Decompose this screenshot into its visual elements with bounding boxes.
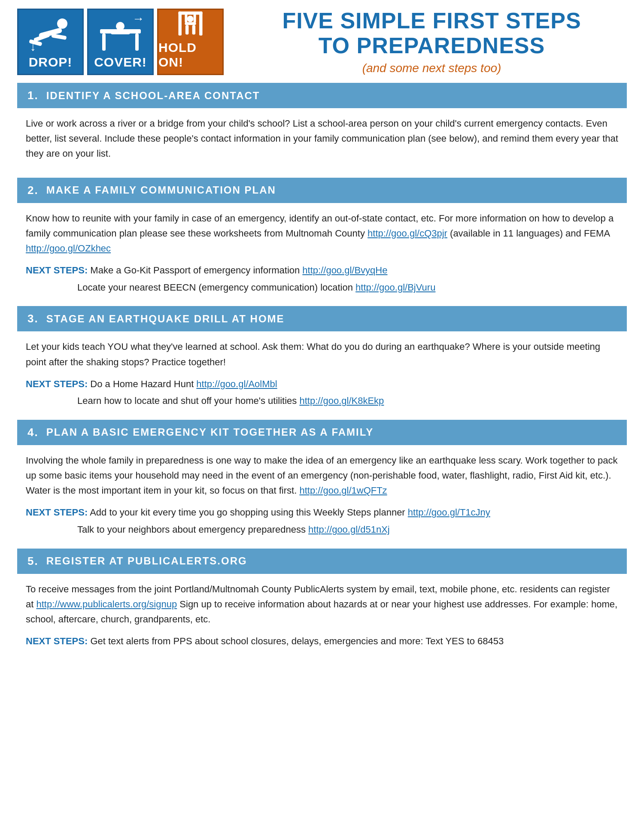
svg-point-0	[57, 18, 67, 29]
section-5-title: REGISTER AT PUBLICALERTS.ORG	[46, 555, 247, 567]
section-1-title: IDENTIFY A SCHOOL-AREA CONTACT	[46, 90, 260, 102]
svg-rect-12	[178, 12, 202, 15]
section-4-title: PLAN A BASIC EMERGENCY KIT TOGETHER AS A…	[46, 426, 374, 438]
svg-rect-20	[192, 25, 195, 34]
section-5-text: To receive messages from the joint Portl…	[26, 582, 618, 627]
section-2-header: 2. MAKE A FAMILY COMMUNICATION PLAN	[17, 178, 627, 203]
section-1-header: 1. IDENTIFY A SCHOOL-AREA CONTACT	[17, 83, 627, 108]
svg-rect-17	[185, 14, 187, 23]
title-subtitle: (and some next steps too)	[237, 61, 627, 75]
section-4-next-steps: NEXT STEPS: Add to your kit every time y…	[26, 504, 618, 538]
weekly-steps-link[interactable]: http://goo.gl/T1cJny	[408, 507, 490, 518]
section-5-header: 5. REGISTER AT PUBLICALERTS.ORG	[17, 549, 627, 574]
section-2-text: Know how to reunite with your family in …	[26, 211, 618, 256]
section-1-number: 1.	[27, 89, 39, 102]
section-3-next-steps: NEXT STEPS: Do a Home Hazard Hunt http:/…	[26, 376, 618, 409]
drop-box: ↓ DROP!	[17, 9, 84, 75]
section-2-title: MAKE A FAMILY COMMUNICATION PLAN	[46, 184, 276, 196]
section-1-body: Live or work across a river or a bridge …	[17, 116, 627, 178]
section-4-header: 4. PLAN A BASIC EMERGENCY KIT TOGETHER A…	[17, 420, 627, 445]
svg-rect-7	[102, 33, 106, 51]
section-2-next-steps: NEXT STEPS: Make a Go-Kit Passport of em…	[26, 262, 618, 296]
dch-images: ↓ DROP! → COVER!	[17, 9, 224, 75]
svg-text:→: →	[132, 14, 144, 25]
beecn-link[interactable]: http://goo.gl/BjVuru	[355, 282, 435, 293]
svg-point-9	[116, 22, 125, 30]
cover-icon: →	[96, 14, 145, 55]
water-link[interactable]: http://goo.gl/1wQFTz	[299, 485, 387, 496]
next-steps-2-line2: Locate your nearest BEECN (emergency com…	[77, 282, 435, 293]
cover-box: → COVER!	[87, 9, 154, 75]
svg-rect-14	[199, 12, 202, 36]
neighbors-link[interactable]: http://goo.gl/d51nXj	[308, 524, 390, 535]
page-header: ↓ DROP! → COVER!	[17, 9, 627, 75]
multnomah-link[interactable]: http://goo.gl/cQ3pjr	[368, 228, 447, 239]
next-steps-5-line1: Get text alerts from PPS about school cl…	[90, 636, 504, 646]
section-3-number: 3.	[27, 312, 39, 325]
section-3-header: 3. STAGE AN EARTHQUAKE DRILL AT HOME	[17, 306, 627, 331]
svg-text:↓: ↓	[30, 40, 36, 53]
title-block: FIVE SIMPLE FIRST STEPS TO PREPAREDNESS …	[237, 9, 627, 75]
next-steps-label-2: NEXT STEPS:	[26, 265, 88, 276]
svg-rect-13	[178, 12, 181, 36]
main-title: FIVE SIMPLE FIRST STEPS TO PREPAREDNESS	[237, 9, 627, 58]
title-line2: TO PREPAREDNESS	[319, 33, 545, 58]
next-steps-label-4: NEXT STEPS:	[26, 507, 88, 518]
section-3-text: Let your kids teach YOU what they've lea…	[26, 339, 618, 369]
utilities-link[interactable]: http://goo.gl/K8kEkp	[299, 395, 384, 406]
section-1-text: Live or work across a river or a bridge …	[26, 116, 618, 161]
section-4-text: Involving the whole family in preparedne…	[26, 453, 618, 498]
section-3-body: Let your kids teach YOU what they've lea…	[17, 339, 627, 420]
svg-rect-19	[185, 25, 188, 34]
next-steps-label-3: NEXT STEPS:	[26, 379, 88, 389]
fema-link[interactable]: http://goo.gl/OZkhec	[26, 243, 111, 254]
section-5-next-steps: NEXT STEPS: Get text alerts from PPS abo…	[26, 633, 618, 650]
title-line1: FIVE SIMPLE FIRST STEPS	[282, 8, 581, 33]
section-4-body: Involving the whole family in preparedne…	[17, 453, 627, 549]
section-3-title: STAGE AN EARTHQUAKE DRILL AT HOME	[46, 313, 285, 325]
hold-on-icon	[166, 10, 215, 40]
section-5-body: To receive messages from the joint Portl…	[17, 582, 627, 660]
next-steps-3-line2: Learn how to locate and shut off your ho…	[77, 395, 384, 406]
svg-rect-18	[194, 14, 196, 23]
svg-rect-2	[51, 33, 67, 40]
next-steps-label-5: NEXT STEPS:	[26, 636, 88, 646]
drop-icon: ↓	[26, 14, 75, 55]
next-steps-4-line2: Talk to your neighbors about emergency p…	[77, 524, 390, 535]
publicalerts-link[interactable]: http://www.publicalerts.org/signup	[36, 599, 177, 610]
drop-label: DROP!	[29, 55, 73, 70]
section-5-number: 5.	[27, 555, 39, 568]
cover-label: COVER!	[94, 55, 147, 70]
section-4-number: 4.	[27, 426, 39, 439]
hazard-hunt-link[interactable]: http://goo.gl/AolMbl	[196, 379, 277, 389]
gokit-link[interactable]: http://goo.gl/BvyqHe	[302, 265, 387, 276]
section-2-body: Know how to reunite with your family in …	[17, 211, 627, 306]
svg-rect-10	[111, 30, 130, 34]
svg-point-15	[187, 15, 194, 22]
svg-rect-8	[135, 33, 139, 51]
hold-on-box: HOLD ON!	[157, 9, 224, 75]
hold-on-label: HOLD ON!	[158, 40, 222, 70]
section-2-number: 2.	[27, 184, 39, 197]
